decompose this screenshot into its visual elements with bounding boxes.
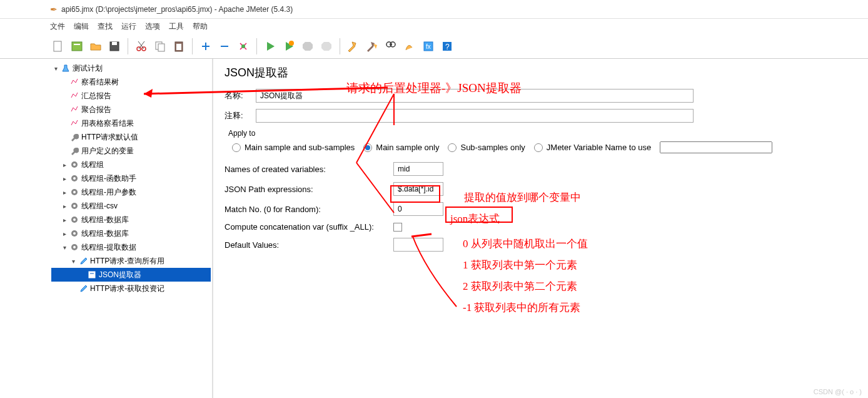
panel-title: JSON提取器: [225, 65, 857, 80]
annotation-text: 2 获取列表中第二个元素: [463, 279, 577, 293]
names-input[interactable]: [393, 162, 443, 176]
app-icon: ✒: [50, 4, 58, 14]
tree-item[interactable]: HTTP请求-获取投资记: [51, 282, 211, 295]
svg-line-8: [138, 41, 144, 49]
menu-help[interactable]: 帮助: [193, 21, 208, 32]
tree-item[interactable]: ▸线程组-数据库: [51, 213, 211, 227]
radio-main-sub[interactable]: Main sample and sub-samples: [232, 143, 355, 152]
shutdown-icon[interactable]: [318, 38, 335, 54]
tree-item[interactable]: 聚合报告: [51, 103, 211, 116]
help-icon[interactable]: ?: [439, 38, 455, 54]
tree-root[interactable]: ▾ 测试计划: [51, 61, 211, 75]
svg-text:fx: fx: [426, 43, 431, 50]
menu-tools[interactable]: 工具: [169, 21, 184, 32]
gear-icon: [69, 174, 80, 183]
jsonpath-label: JSON Path expressions:: [225, 185, 393, 194]
tree-panel: ▾ 测试计划 察看结果树 汇总报告 聚合报告 用表格察看结果 HTTP请求默认值…: [50, 59, 213, 398]
tree-item[interactable]: ▾线程组-提取数据: [51, 240, 211, 254]
stop-icon[interactable]: [300, 38, 316, 54]
tree-item[interactable]: 用户定义的变量: [51, 144, 211, 158]
watermark: CSDN @( · o · ): [814, 388, 862, 395]
menu-edit[interactable]: 编辑: [74, 21, 89, 32]
annotation-text: 0 从列表中随机取出一个值: [463, 237, 588, 251]
comment-label: 注释:: [225, 110, 256, 121]
tree-item[interactable]: ▾HTTP请求-查询所有用: [51, 254, 211, 268]
gear-icon: [69, 188, 80, 196]
tree-item[interactable]: 用表格察看结果: [51, 116, 211, 130]
annotation-text: 提取的值放到哪个变量中: [464, 190, 581, 205]
wrench-icon: [69, 133, 80, 141]
svg-rect-0: [54, 41, 61, 51]
svg-text:?: ?: [445, 43, 450, 51]
match-input[interactable]: [393, 202, 443, 216]
titlebar: ✒ api65.jmx (D:\projects\jmeter_pros\api…: [0, 0, 868, 19]
menu-file[interactable]: 文件: [50, 21, 65, 32]
expand-icon[interactable]: [198, 38, 214, 54]
svg-rect-4: [112, 42, 117, 45]
chart-icon: [69, 91, 80, 100]
wrench-icon: [69, 146, 80, 155]
concat-checkbox[interactable]: [393, 223, 402, 232]
annotation-box: [445, 207, 513, 223]
tree-item[interactable]: 汇总报告: [51, 89, 211, 103]
svg-point-34: [73, 218, 76, 221]
main-panel: JSON提取器 名称: 注释: Apply to Main sample and…: [213, 59, 868, 398]
tree-item[interactable]: ▸线程组: [51, 158, 211, 171]
templates-icon[interactable]: [69, 38, 85, 54]
open-icon[interactable]: [88, 38, 104, 54]
gear-icon: [69, 243, 80, 252]
search-icon[interactable]: [383, 38, 399, 54]
tree-item[interactable]: 察看结果树: [51, 75, 211, 89]
dropper-icon: [78, 284, 89, 293]
clear-icon[interactable]: [345, 38, 361, 54]
jmeter-var-input[interactable]: [660, 141, 772, 153]
cut-icon[interactable]: [133, 38, 149, 54]
start-icon[interactable]: [262, 38, 278, 54]
svg-rect-12: [176, 44, 181, 50]
paste-icon[interactable]: [171, 38, 187, 54]
names-label: Names of created variables:: [225, 165, 393, 174]
svg-point-36: [73, 232, 76, 235]
function-helper-icon[interactable]: fx: [420, 38, 437, 54]
chart-icon: [69, 105, 80, 114]
default-label: Default Values:: [225, 240, 393, 250]
reset-search-icon[interactable]: [401, 38, 418, 54]
copy-icon[interactable]: [152, 38, 168, 54]
radio-main-only[interactable]: Main sample only: [363, 143, 439, 152]
menu-run[interactable]: 运行: [121, 21, 136, 32]
svg-rect-10: [158, 44, 164, 51]
comment-input[interactable]: [256, 109, 694, 123]
annotation-text: 请求的后置处理器-》JSON提取器: [346, 80, 522, 96]
new-icon[interactable]: [50, 38, 66, 54]
radio-jmeter-var[interactable]: JMeter Variable Name to use: [534, 143, 651, 152]
svg-point-28: [73, 177, 76, 180]
clear-all-icon[interactable]: [364, 38, 380, 54]
toolbar: fx ?: [0, 34, 868, 59]
gear-icon: [69, 229, 80, 238]
name-label: 名称:: [225, 90, 256, 101]
gear-icon: [69, 160, 80, 169]
menubar: 文件 编辑 查找 运行 选项 工具 帮助: [0, 19, 868, 34]
start-no-timers-icon[interactable]: [281, 38, 297, 54]
menu-search[interactable]: 查找: [98, 21, 113, 32]
dropper-icon: [78, 257, 89, 265]
collapse-icon[interactable]: [216, 38, 233, 54]
tree-item-selected[interactable]: JSON提取器: [51, 268, 211, 282]
toggle-icon[interactable]: [235, 38, 251, 54]
tree-item[interactable]: ▸线程组-csv: [51, 199, 211, 213]
match-label: Match No. (0 for Random):: [225, 205, 393, 214]
tree-item[interactable]: HTTP请求默认值: [51, 130, 211, 144]
tree-item[interactable]: ▸线程组-用户参数: [51, 185, 211, 199]
annotation-text: -1 获取列表中的所有元素: [463, 300, 580, 315]
tree-item[interactable]: ▸线程组-函数助手: [51, 171, 211, 185]
save-icon[interactable]: [106, 38, 123, 54]
radio-sub-only[interactable]: Sub-samples only: [448, 143, 525, 152]
apply-to-label: Apply to: [228, 129, 857, 138]
tree-item[interactable]: ▸线程组-数据库: [51, 227, 211, 240]
svg-point-32: [73, 205, 76, 207]
extractor-icon: [86, 270, 98, 279]
chart-icon: [69, 119, 80, 128]
menu-options[interactable]: 选项: [145, 21, 160, 32]
default-input[interactable]: [393, 238, 443, 252]
svg-point-16: [241, 44, 245, 48]
